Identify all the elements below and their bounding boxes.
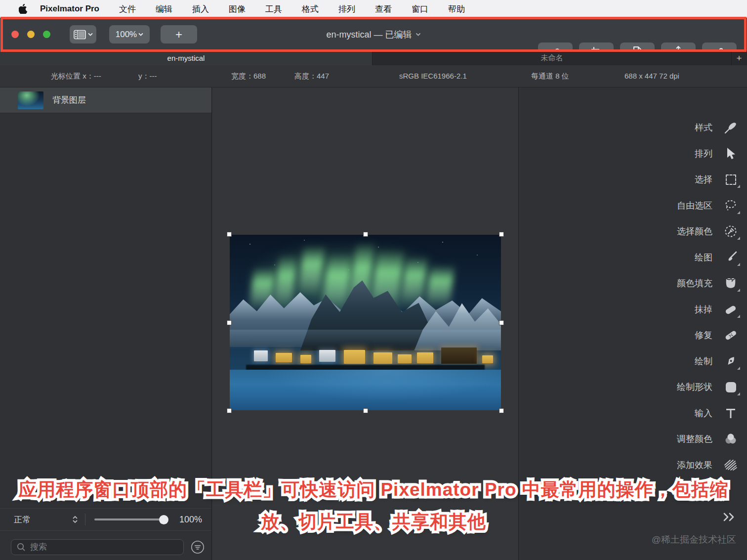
menu-item-insert[interactable]: 插入 — [192, 3, 209, 15]
tool-color-fill[interactable]: 颜色填充 — [519, 270, 747, 296]
menu-item-view[interactable]: 查看 — [375, 3, 392, 15]
apple-logo-icon[interactable] — [19, 4, 27, 14]
tool-zoom-magnifier[interactable] — [714, 486, 738, 501]
tool-select[interactable]: 选择 — [519, 167, 747, 192]
selection-handle-top-center[interactable] — [363, 232, 368, 237]
menu-item-image[interactable]: 图像 — [229, 3, 246, 15]
draw-shape-icon — [723, 380, 738, 394]
tool-label: 添加效果 — [677, 459, 712, 471]
tool-repair[interactable]: 修复 — [519, 322, 747, 348]
app-menu-title[interactable]: Pixelmator Pro — [40, 4, 99, 14]
new-tab-button[interactable]: + — [731, 51, 747, 65]
macos-menu-bar: Pixelmator Pro 文件 编辑 插入 图像 工具 格式 排列 查看 窗… — [0, 0, 747, 18]
window-title[interactable]: en-mystical — 已编辑 — [326, 29, 420, 41]
add-effects-icon — [723, 458, 738, 473]
doc-dimensions: 688 x 447 72 dpi — [624, 72, 679, 80]
expand-sidebar-button[interactable] — [721, 511, 738, 523]
tool-type[interactable]: 输入 — [519, 400, 747, 426]
eraser-icon — [723, 302, 738, 317]
slider-knob[interactable] — [159, 515, 168, 524]
pixelmator-pro-window: Pixelmator Pro 文件 编辑 插入 图像 工具 格式 排列 查看 窗… — [0, 0, 747, 560]
tools-sidebar: 样式 排列 选择 自由选区 选择颜色 — [519, 87, 747, 560]
house — [300, 355, 311, 363]
layer-row-background[interactable]: 背景图层 — [0, 87, 211, 113]
selection-handle-bottom-right[interactable] — [499, 408, 504, 413]
tool-erase[interactable]: 抹掉 — [519, 297, 747, 322]
selection-handle-mid-left[interactable] — [227, 320, 232, 325]
sidebar-layout-icon — [74, 30, 86, 40]
repair-bandaid-icon — [723, 328, 738, 343]
opacity-slider[interactable] — [94, 515, 167, 524]
tab-untitled[interactable]: 未命名 — [373, 51, 731, 65]
color-fill-bucket-icon — [723, 276, 738, 291]
tool-label: 输入 — [695, 407, 712, 419]
type-text-icon — [723, 406, 738, 421]
menu-item-arrange[interactable]: 排列 — [338, 3, 355, 15]
village-houses — [230, 337, 501, 368]
search-field[interactable] — [11, 539, 184, 555]
menu-item-format[interactable]: 格式 — [302, 3, 319, 15]
canvas-area — [212, 87, 519, 560]
tool-add-effects[interactable]: 添加效果 — [519, 452, 747, 478]
free-select-lasso-icon — [723, 198, 738, 213]
submenu-triangle — [737, 263, 740, 266]
chevron-down-icon — [138, 33, 143, 36]
tab-label: en-mystical — [167, 54, 205, 62]
tab-en-mystical[interactable]: en-mystical — [0, 51, 373, 65]
selection-handle-mid-right[interactable] — [499, 320, 504, 325]
slider-track[interactable] — [94, 518, 167, 520]
tool-free-select[interactable]: 自由选区 — [519, 193, 747, 218]
doc-height: 高度：447 — [294, 72, 329, 81]
double-chevron-right-icon — [721, 511, 738, 523]
submenu-triangle — [737, 315, 740, 318]
menu-item-edit[interactable]: 编辑 — [156, 3, 172, 15]
document-info-bar: 光标位置 x：--- y：--- 宽度：688 高度：447 sRGB IEC6… — [0, 65, 747, 87]
tool-arrange[interactable]: 排列 — [519, 141, 747, 167]
view-options-button[interactable] — [70, 25, 96, 43]
bit-depth: 每通道 8 位 — [531, 72, 569, 81]
document-tab-bar: en-mystical 未命名 + — [0, 51, 747, 65]
tool-label: 排列 — [695, 148, 712, 160]
select-marquee-icon — [723, 172, 738, 187]
house — [276, 353, 292, 362]
tool-paint[interactable]: 绘图 — [519, 245, 747, 270]
blend-mode-value[interactable]: 正常 — [14, 514, 58, 525]
submenu-triangle — [737, 289, 740, 292]
selection-handle-top-left[interactable] — [227, 232, 232, 237]
tool-label: 修复 — [695, 329, 712, 341]
divider — [85, 514, 85, 525]
house — [344, 350, 366, 364]
submenu-triangle — [737, 185, 740, 188]
menu-item-help[interactable]: 帮助 — [448, 3, 465, 15]
add-button[interactable]: + — [161, 25, 197, 43]
tool-style[interactable]: 样式 — [519, 115, 747, 140]
house — [374, 352, 392, 364]
tool-adjust-colors[interactable]: 调整颜色 — [519, 426, 747, 452]
image-layer-selected[interactable] — [230, 235, 501, 410]
search-input[interactable] — [30, 542, 183, 552]
minimize-window-button[interactable] — [27, 31, 35, 38]
color-profile: sRGB IEC61966-2.1 — [399, 72, 467, 80]
tool-draw[interactable]: 绘制 — [519, 348, 747, 374]
house — [398, 354, 411, 363]
tool-label: 抹掉 — [695, 303, 712, 315]
search-icon — [16, 542, 26, 552]
close-window-button[interactable] — [11, 31, 19, 38]
zoom-level-button[interactable]: 100% — [109, 25, 150, 43]
selection-handle-top-right[interactable] — [499, 232, 504, 237]
selection-handle-bottom-center[interactable] — [363, 408, 368, 413]
arrange-cursor-icon — [723, 146, 738, 161]
filter-button[interactable] — [191, 540, 205, 554]
menu-item-window[interactable]: 窗口 — [412, 3, 428, 15]
selection-handle-bottom-left[interactable] — [227, 408, 232, 413]
submenu-triangle — [737, 392, 740, 395]
fullscreen-window-button[interactable] — [43, 31, 50, 38]
adjust-colors-icon — [723, 431, 738, 446]
opacity-value: 100% — [179, 515, 202, 525]
tool-select-color[interactable]: 选择颜色 — [519, 218, 747, 244]
menu-item-tools[interactable]: 工具 — [265, 3, 282, 15]
magnifier-icon — [714, 486, 729, 501]
tool-draw-shape[interactable]: 绘制形状 — [519, 374, 747, 400]
menu-item-file[interactable]: 文件 — [119, 3, 136, 15]
blend-mode-stepper-icon[interactable] — [71, 515, 79, 524]
